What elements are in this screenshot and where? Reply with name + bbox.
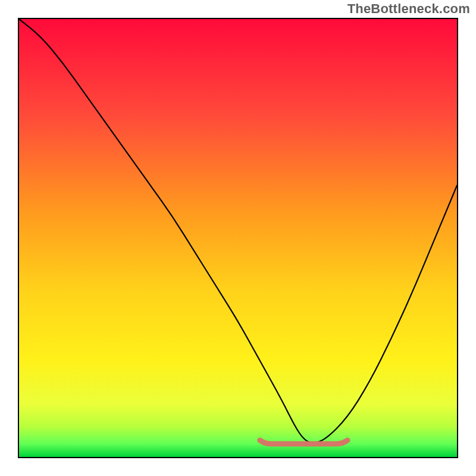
- chart-container: TheBottleneck.com: [0, 0, 476, 476]
- watermark-text: TheBottleneck.com: [347, 1, 470, 17]
- plot-area: [19, 19, 457, 457]
- optimal-range-marker: [19, 19, 457, 457]
- plot-frame: [18, 18, 458, 458]
